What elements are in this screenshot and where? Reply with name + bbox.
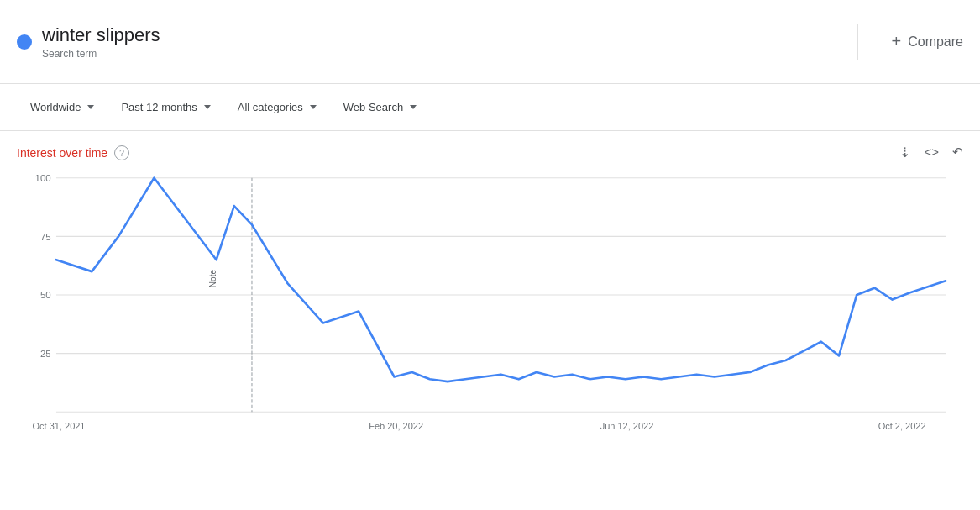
- region-filter[interactable]: Worldwide: [17, 94, 107, 120]
- svg-text:50: 50: [40, 289, 51, 300]
- chart-title: Interest over time: [17, 146, 107, 160]
- filter-bar: Worldwide Past 12 months All categories …: [0, 84, 980, 131]
- search-type-chevron-icon: [410, 105, 417, 109]
- search-term-text: winter slippers Search term: [42, 24, 160, 60]
- share-icon[interactable]: ↶: [952, 145, 963, 160]
- svg-text:25: 25: [40, 348, 51, 359]
- compare-label: Compare: [908, 34, 963, 50]
- category-filter-label: All categories: [238, 101, 303, 113]
- download-icon[interactable]: ⇣: [899, 145, 910, 160]
- chart-container: Note 255075100: [17, 169, 963, 421]
- help-icon-label: ?: [119, 148, 124, 158]
- search-type-filter-label: Web Search: [343, 101, 403, 113]
- chart-header: Interest over time ? ⇣ <> ↶: [17, 145, 963, 160]
- compare-plus-icon: +: [892, 32, 902, 51]
- x-label: Oct 31, 2021: [33, 421, 86, 431]
- chart-actions: ⇣ <> ↶: [899, 145, 963, 160]
- category-filter[interactable]: All categories: [224, 94, 330, 120]
- x-label: Jun 12, 2022: [600, 421, 654, 431]
- x-labels: Oct 31, 2021Feb 20, 2022Jun 12, 2022Oct …: [59, 421, 946, 438]
- search-type-filter[interactable]: Web Search: [330, 94, 430, 120]
- search-term-label: Search term: [42, 48, 97, 60]
- svg-text:75: 75: [40, 230, 51, 241]
- chart-title-area: Interest over time ?: [17, 145, 129, 160]
- time-filter[interactable]: Past 12 months: [107, 94, 223, 120]
- region-filter-label: Worldwide: [30, 101, 81, 113]
- x-label: Oct 2, 2022: [878, 421, 926, 431]
- search-term-section: winter slippers Search term: [17, 24, 858, 60]
- compare-section[interactable]: + Compare: [858, 32, 964, 51]
- chart-note-label: Note: [208, 270, 217, 287]
- top-bar: winter slippers Search term + Compare: [0, 0, 980, 84]
- embed-icon[interactable]: <>: [924, 145, 939, 160]
- help-icon[interactable]: ?: [114, 145, 129, 160]
- x-label: Feb 20, 2022: [369, 421, 423, 431]
- search-term-title: winter slippers: [42, 24, 160, 46]
- chart-section: Interest over time ? ⇣ <> ↶ Note 2550751…: [0, 131, 980, 451]
- trend-chart: 255075100: [17, 169, 963, 421]
- search-term-dot: [17, 34, 32, 50]
- region-chevron-icon: [87, 105, 94, 109]
- time-chevron-icon: [204, 105, 211, 109]
- svg-text:100: 100: [35, 172, 52, 183]
- category-chevron-icon: [310, 105, 317, 109]
- time-filter-label: Past 12 months: [121, 101, 197, 113]
